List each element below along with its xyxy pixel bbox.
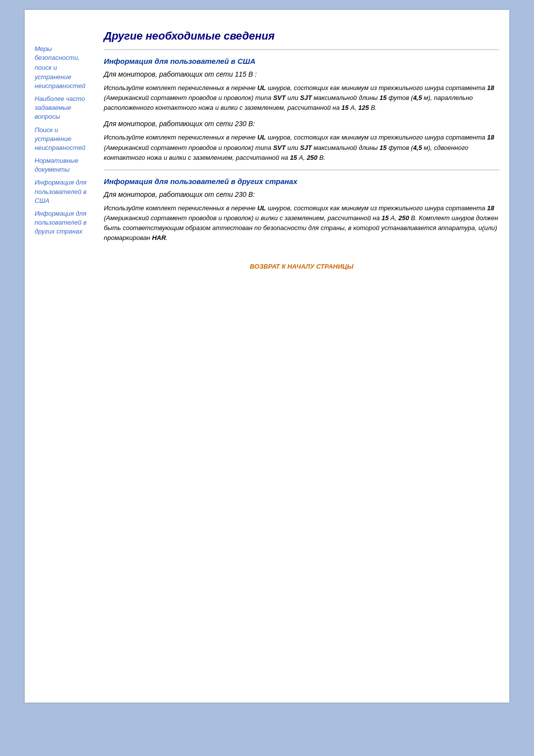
sidebar-link-troubleshooting1[interactable]: поиск и устранение неисправностей [35,63,89,91]
sidebar-section-usa: Информация для пользователей в США [35,178,89,205]
other-230v-subsection: Для мониторов, работающих от сети 230 В:… [104,190,499,243]
usa-230v-subsection: Для мониторов, работающих от сети 230 В:… [104,120,499,162]
usa-230v-heading: Для мониторов, работающих от сети 230 В: [104,120,499,128]
sidebar-link-faq[interactable]: Наиболее часто задаваемые вопросы [35,94,89,122]
main-content: Другие необходимые сведения Информация д… [94,25,499,688]
page-container: Меры безопасности, поиск и устранение не… [25,10,509,703]
sidebar-link-troubleshooting2[interactable]: Поиск и устранение неисправностей [35,126,89,153]
back-to-top-link[interactable]: ВОЗВРАТ К НАЧАЛУ СТРАНИЦЫ [104,263,499,270]
sidebar-section-other: Информация для пользователей в других ст… [35,209,89,236]
other-230v-heading: Для мониторов, работающих от сети 230 В: [104,190,499,198]
other-section-heading: Информация для пользователей в других ст… [104,177,499,186]
usa-section-heading: Информация для пользователей в США [104,57,499,65]
other-section: Информация для пользователей в других ст… [104,177,499,243]
sidebar-section-faq: Наиболее часто задаваемые вопросы [35,94,89,122]
usa-section: Информация для пользователей в США Для м… [104,57,499,163]
top-divider [104,49,499,50]
middle-divider [104,170,499,170]
page-title: Другие необходимые сведения [104,30,499,43]
sidebar-link-regulatory[interactable]: Нормативные документы [35,156,89,174]
sidebar-link-other[interactable]: Информация для пользователей в других ст… [35,209,89,236]
usa-115v-heading: Для мониторов, работающих от сети 115 В … [104,70,499,78]
sidebar-section-safety: Меры безопасности, поиск и устранение не… [35,45,89,91]
sidebar-section-troubleshooting2: Поиск и устранение неисправностей [35,126,89,153]
usa-115v-subsection: Для мониторов, работающих от сети 115 В … [104,70,499,113]
usa-115v-body: Используйте комплект перечисленных в пер… [104,83,499,113]
sidebar-section-regulatory: Нормативные документы [35,156,89,174]
other-230v-body: Используйте комплект перечисленных в пер… [104,203,499,243]
sidebar-link-usa[interactable]: Информация для пользователей в США [35,178,89,205]
usa-230v-body: Используйте комплект перечисленных в пер… [104,133,499,162]
sidebar-link-safety[interactable]: Меры безопасности, [35,45,89,62]
sidebar: Меры безопасности, поиск и устранение не… [35,25,94,688]
